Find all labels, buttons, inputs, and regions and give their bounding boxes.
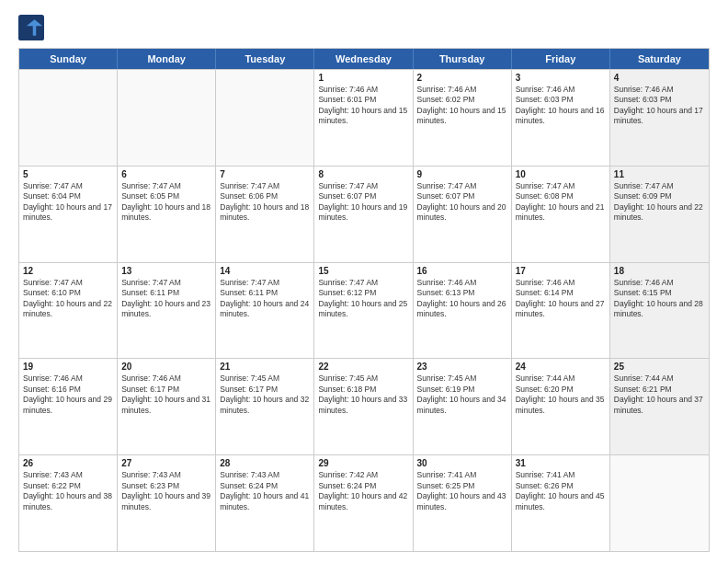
sunrise-text: Sunrise: 7:42 AM — [318, 470, 408, 480]
cal-cell-12: 12Sunrise: 7:47 AMSunset: 6:10 PMDayligh… — [19, 263, 118, 359]
sunset-text: Sunset: 6:04 PM — [23, 191, 113, 201]
sunrise-text: Sunrise: 7:46 AM — [614, 85, 705, 95]
sunrise-text: Sunrise: 7:46 AM — [23, 373, 113, 384]
day-number: 3 — [516, 73, 606, 83]
day-number: 18 — [614, 266, 705, 276]
calendar-row-2: 5Sunrise: 7:47 AMSunset: 6:04 PMDaylight… — [19, 166, 709, 262]
cal-cell-15: 15Sunrise: 7:47 AMSunset: 6:12 PMDayligh… — [314, 263, 413, 359]
sunset-text: Sunset: 6:10 PM — [23, 288, 113, 298]
sunrise-text: Sunrise: 7:45 AM — [318, 373, 408, 384]
daylight-text: Daylight: 10 hours and 41 minutes. — [220, 491, 310, 512]
sunset-text: Sunset: 6:07 PM — [417, 191, 507, 201]
cal-cell-26: 26Sunrise: 7:43 AMSunset: 6:22 PMDayligh… — [19, 455, 118, 551]
cal-cell-empty-0-0 — [19, 70, 118, 166]
day-number: 5 — [23, 169, 113, 179]
sunrise-text: Sunrise: 7:47 AM — [220, 278, 310, 288]
sunset-text: Sunset: 6:16 PM — [23, 385, 113, 395]
day-number: 4 — [614, 73, 705, 83]
day-number: 13 — [121, 266, 211, 276]
sunset-text: Sunset: 6:24 PM — [220, 481, 310, 491]
day-number: 30 — [417, 458, 507, 468]
daylight-text: Daylight: 10 hours and 29 minutes. — [23, 395, 113, 416]
day-number: 26 — [23, 458, 113, 468]
daylight-text: Daylight: 10 hours and 33 minutes. — [318, 395, 408, 416]
logo — [18, 15, 48, 40]
day-number: 16 — [417, 266, 507, 276]
day-number: 19 — [23, 362, 113, 372]
cal-cell-25: 25Sunrise: 7:44 AMSunset: 6:21 PMDayligh… — [610, 359, 709, 454]
day-number: 17 — [516, 266, 606, 276]
sunrise-text: Sunrise: 7:47 AM — [516, 181, 606, 191]
daylight-text: Daylight: 10 hours and 31 minutes. — [121, 395, 211, 416]
cal-cell-7: 7Sunrise: 7:47 AMSunset: 6:06 PMDaylight… — [216, 167, 314, 262]
cal-cell-23: 23Sunrise: 7:45 AMSunset: 6:19 PMDayligh… — [414, 359, 512, 454]
daylight-text: Daylight: 10 hours and 17 minutes. — [614, 106, 705, 127]
day-number: 25 — [614, 362, 705, 372]
sunset-text: Sunset: 6:26 PM — [516, 481, 606, 491]
sunrise-text: Sunrise: 7:41 AM — [516, 470, 606, 480]
sunset-text: Sunset: 6:02 PM — [417, 95, 507, 105]
sunrise-text: Sunrise: 7:46 AM — [318, 85, 408, 95]
cal-cell-30: 30Sunrise: 7:41 AMSunset: 6:25 PMDayligh… — [414, 455, 512, 551]
day-number: 21 — [220, 362, 310, 372]
sunset-text: Sunset: 6:23 PM — [121, 481, 211, 491]
sunset-text: Sunset: 6:07 PM — [318, 191, 408, 201]
cal-cell-14: 14Sunrise: 7:47 AMSunset: 6:11 PMDayligh… — [216, 263, 314, 359]
sunrise-text: Sunrise: 7:47 AM — [23, 181, 113, 191]
header-cell-thursday: Thursday — [414, 49, 512, 69]
calendar-row-1: 1Sunrise: 7:46 AMSunset: 6:01 PMDaylight… — [19, 69, 709, 166]
daylight-text: Daylight: 10 hours and 35 minutes. — [516, 395, 606, 416]
daylight-text: Daylight: 10 hours and 37 minutes. — [614, 395, 705, 416]
day-number: 1 — [318, 73, 408, 83]
cal-cell-8: 8Sunrise: 7:47 AMSunset: 6:07 PMDaylight… — [314, 167, 413, 262]
sunset-text: Sunset: 6:05 PM — [121, 191, 211, 201]
cal-cell-18: 18Sunrise: 7:46 AMSunset: 6:15 PMDayligh… — [610, 263, 709, 359]
sunrise-text: Sunrise: 7:45 AM — [220, 373, 310, 384]
header-cell-sunday: Sunday — [19, 49, 118, 69]
day-number: 24 — [516, 362, 606, 372]
cal-cell-empty-0-2 — [216, 70, 314, 166]
day-number: 27 — [121, 458, 211, 468]
daylight-text: Daylight: 10 hours and 22 minutes. — [614, 202, 705, 224]
sunset-text: Sunset: 6:13 PM — [417, 288, 507, 298]
sunset-text: Sunset: 6:14 PM — [516, 288, 606, 298]
header-cell-monday: Monday — [118, 49, 216, 69]
sunrise-text: Sunrise: 7:46 AM — [614, 278, 705, 288]
calendar: SundayMondayTuesdayWednesdayThursdayFrid… — [18, 48, 710, 552]
cal-cell-29: 29Sunrise: 7:42 AMSunset: 6:24 PMDayligh… — [314, 455, 413, 551]
day-number: 28 — [220, 458, 310, 468]
day-number: 10 — [516, 169, 606, 179]
daylight-text: Daylight: 10 hours and 25 minutes. — [318, 299, 408, 320]
cal-cell-1: 1Sunrise: 7:46 AMSunset: 6:01 PMDaylight… — [314, 70, 413, 166]
sunrise-text: Sunrise: 7:47 AM — [614, 181, 705, 191]
daylight-text: Daylight: 10 hours and 24 minutes. — [220, 299, 310, 320]
sunset-text: Sunset: 6:17 PM — [220, 385, 310, 395]
day-number: 31 — [516, 458, 606, 468]
sunset-text: Sunset: 6:18 PM — [318, 385, 408, 395]
sunrise-text: Sunrise: 7:43 AM — [23, 470, 113, 480]
daylight-text: Daylight: 10 hours and 19 minutes. — [318, 202, 408, 224]
sunset-text: Sunset: 6:15 PM — [614, 288, 705, 298]
cal-cell-2: 2Sunrise: 7:46 AMSunset: 6:02 PMDaylight… — [414, 70, 512, 166]
sunrise-text: Sunrise: 7:44 AM — [614, 373, 705, 384]
sunset-text: Sunset: 6:21 PM — [614, 385, 705, 395]
daylight-text: Daylight: 10 hours and 17 minutes. — [23, 202, 113, 224]
daylight-text: Daylight: 10 hours and 27 minutes. — [516, 299, 606, 320]
sunrise-text: Sunrise: 7:47 AM — [318, 278, 408, 288]
calendar-body: 1Sunrise: 7:46 AMSunset: 6:01 PMDaylight… — [19, 69, 709, 551]
daylight-text: Daylight: 10 hours and 15 minutes. — [417, 106, 507, 127]
cal-cell-6: 6Sunrise: 7:47 AMSunset: 6:05 PMDaylight… — [118, 167, 216, 262]
daylight-text: Daylight: 10 hours and 28 minutes. — [614, 299, 705, 320]
sunset-text: Sunset: 6:11 PM — [121, 288, 211, 298]
page: SundayMondayTuesdayWednesdayThursdayFrid… — [0, 0, 728, 563]
daylight-text: Daylight: 10 hours and 15 minutes. — [318, 106, 408, 127]
cal-cell-17: 17Sunrise: 7:46 AMSunset: 6:14 PMDayligh… — [512, 263, 610, 359]
cal-cell-19: 19Sunrise: 7:46 AMSunset: 6:16 PMDayligh… — [19, 359, 118, 454]
calendar-row-4: 19Sunrise: 7:46 AMSunset: 6:16 PMDayligh… — [19, 358, 709, 454]
cal-cell-empty-0-1 — [118, 70, 216, 166]
header-cell-wednesday: Wednesday — [314, 49, 413, 69]
sunrise-text: Sunrise: 7:46 AM — [417, 278, 507, 288]
sunrise-text: Sunrise: 7:47 AM — [417, 181, 507, 191]
sunset-text: Sunset: 6:22 PM — [23, 481, 113, 491]
cal-cell-13: 13Sunrise: 7:47 AMSunset: 6:11 PMDayligh… — [118, 263, 216, 359]
